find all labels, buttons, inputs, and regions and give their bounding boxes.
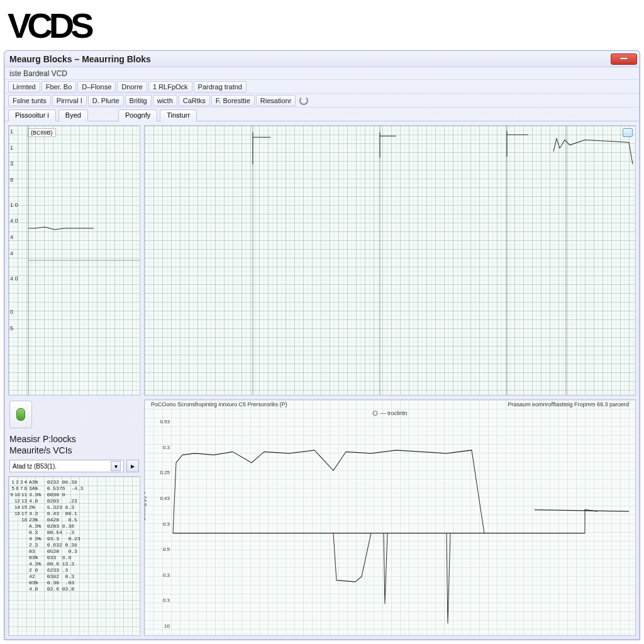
section-line1: Measisr P:loocks [9,433,140,445]
tb1-btn-3[interactable]: Dnorre [117,81,147,92]
svg-rect-0 [620,57,628,59]
tb2-btn-3[interactable]: Brititg [125,95,152,106]
secondary-graph-svg [145,400,635,635]
go-button[interactable]: ▸ [126,460,139,472]
small-graph-svg [9,126,140,395]
record-button[interactable] [9,401,32,428]
tb2-btn-0[interactable]: Fslne tunts [8,95,51,106]
dropdown-value: Atad tz (B53(1). [13,463,57,470]
tab-left-1[interactable]: Byed [58,109,88,121]
main-graph-svg [145,126,635,395]
graph-secondary-panel: PoCOono Scronsfropintirg innxuro C5 Prer… [144,399,636,636]
tab-left-0[interactable]: Pissooitur i [8,109,56,121]
main-window: Meaurg Blocks – Meaurring Bloks iste Bar… [4,50,640,640]
tb1-btn-0[interactable]: Lirmted [8,81,40,92]
tb2-btn-6[interactable]: F. Boresttie [211,95,255,106]
toolbar-row-2: Fslne tunts Pirrrval I D. Plurte Brititg… [4,94,640,108]
tab-right-1[interactable]: Tinsturr [160,109,197,121]
play-icon: ▸ [131,462,135,470]
record-icon [16,408,25,421]
refresh-icon[interactable] [299,96,308,105]
tb1-btn-4[interactable]: 1 RLFpOck [148,81,192,92]
tb1-btn-5[interactable]: Pardrag tratnd [194,81,247,92]
left-column-lower: Measisr P:loocks Meaurite/s VCIs Atad tz… [8,399,140,636]
tab-right-0[interactable]: Poognfy [118,109,157,121]
chevron-down-icon: ▾ [111,461,121,471]
data-list-panel: 1 2 3 4 5 6 7 8 9 10 11 12 13 14 15 16 1… [8,476,140,636]
toolbar-row-1: Lirmted Fber. Bo D–Flonse Dnorre 1 RLFpO… [4,80,640,94]
tb2-btn-5[interactable]: CaRtks [179,95,210,106]
data-columns: 1 2 3 4 5 6 7 8 9 10 11 12 13 14 15 16 1… [9,477,140,635]
section-titles: Measisr P:loocks Meaurite/s VCIs [8,432,140,456]
section-line2: Meaurite/s VCIs [9,445,140,456]
tabstrip: Pissooitur i Byed Poognfy Tinsturr [4,108,640,121]
close-button[interactable] [611,53,637,65]
tb2-btn-2[interactable]: D. Plurte [88,95,124,106]
window-title: Meaurg Blocks – Meaurring Bloks [9,54,151,64]
app-logo: VCDS [8,5,91,46]
graph-small-panel: 11381 04 0444 005 (BC89B) [8,125,140,396]
subtitle-bar: iste Bardeal VCD [4,67,640,80]
titlebar: Meaurg Blocks – Meaurring Bloks [4,51,640,67]
block-select-dropdown[interactable]: Atad tz (B53(1). ▾ [9,460,124,472]
tb2-btn-7[interactable]: Riesationr [256,95,296,106]
content-area: 11381 04 0444 005 (BC89B) [4,121,640,640]
close-icon [618,55,630,63]
tb1-btn-1[interactable]: Fber. Bo [42,81,77,92]
subtitle-text: iste Bardeal VCD [9,69,67,78]
graph-main-panel [144,125,636,396]
tb1-btn-2[interactable]: D–Flonse [77,81,116,92]
dropdown-row: Atad tz (B53(1). ▾ ▸ [8,458,140,474]
tb2-btn-1[interactable]: Pirrrval I [52,95,87,106]
tb2-btn-4[interactable]: wicth [153,95,177,106]
